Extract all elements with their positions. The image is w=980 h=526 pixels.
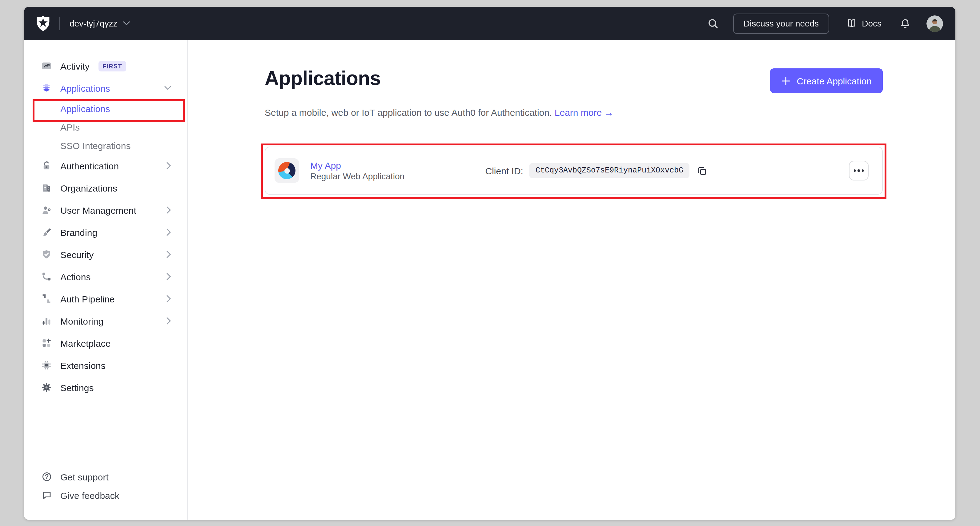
pipeline-icon: [41, 294, 52, 304]
lock-icon: [41, 161, 52, 171]
sidebar-item-security[interactable]: Security: [24, 243, 187, 265]
chevron-down-icon: [123, 21, 130, 26]
give-feedback-link[interactable]: Give feedback: [24, 486, 187, 504]
client-id-group: Client ID: CtCqy3AvbQZSo7sE9RiynaPuiXOxv…: [485, 163, 707, 178]
shield-check-icon: [41, 249, 52, 259]
notifications-button[interactable]: [900, 18, 910, 29]
sidebar-subitem-label: Applications: [60, 103, 110, 114]
sidebar-item-label: User Management: [60, 205, 136, 215]
sidebar-item-organizations[interactable]: Organizations: [24, 177, 187, 199]
sidebar-item-label: Activity: [60, 61, 89, 71]
sidebar-item-label: Branding: [60, 227, 97, 237]
give-feedback-label: Give feedback: [60, 490, 119, 500]
client-id-value[interactable]: CtCqy3AvbQZSo7sE9RiynaPuiXOxvebG: [530, 163, 689, 178]
book-icon: [846, 19, 857, 28]
sidebar-item-branding[interactable]: Branding: [24, 221, 187, 243]
search-button[interactable]: [708, 18, 718, 29]
sidebar-item-extensions[interactable]: Extensions: [24, 354, 187, 376]
help-circle-icon: [41, 472, 52, 481]
main-header: Applications Create Application: [265, 67, 883, 93]
chevron-right-icon: [166, 273, 171, 280]
activity-icon: [41, 61, 52, 71]
sidebar-item-label: Extensions: [60, 360, 106, 370]
page-subtitle: Setup a mobile, web or IoT application t…: [265, 107, 883, 118]
chevron-down-icon: [164, 86, 171, 91]
docs-label: Docs: [862, 19, 881, 28]
gear-icon: [41, 383, 52, 392]
sidebar-item-label: Applications: [60, 83, 110, 93]
app-name-link[interactable]: My App: [310, 160, 404, 170]
search-icon: [708, 18, 718, 29]
sidebar-item-label: Auth Pipeline: [60, 293, 115, 304]
first-badge: FIRST: [98, 61, 127, 71]
dot: [854, 170, 856, 172]
app-row-menu-button[interactable]: [849, 161, 869, 180]
app-type-label: Regular Web Application: [310, 171, 404, 181]
main-content: Applications Create Application Setup a …: [188, 40, 955, 520]
auth0-logo-icon: [35, 15, 51, 32]
user-gear-icon: [41, 205, 52, 215]
app-logo-donut-icon: [278, 162, 296, 179]
sidebar-subitem-label: SSO Integrations: [60, 140, 130, 151]
sidebar-subitem-label: APIs: [60, 122, 80, 132]
building-icon: [41, 183, 52, 193]
sidebar-footer: Get support Give feedback: [24, 467, 187, 504]
plus-icon: [781, 76, 791, 85]
sidebar-item-settings[interactable]: Settings: [24, 376, 187, 398]
learn-more-link[interactable]: Learn more →: [555, 107, 614, 118]
app-logo: [275, 158, 299, 183]
sidebar-subitem-apis[interactable]: APIs: [24, 118, 187, 136]
application-row[interactable]: My App Regular Web Application Client ID…: [265, 147, 883, 194]
dot: [858, 170, 860, 172]
topbar-divider: [59, 17, 60, 30]
sidebar-subitem-sso-integrations[interactable]: SSO Integrations: [24, 136, 187, 155]
body-row: Activity FIRST Applications Applications…: [24, 40, 955, 520]
sidebar-item-label: Actions: [60, 271, 91, 282]
create-application-label: Create Application: [797, 75, 872, 86]
sidebar-item-activity[interactable]: Activity FIRST: [24, 55, 187, 77]
sidebar-item-label: Authentication: [60, 161, 119, 171]
desktop-background: dev-tyj7qyzz Discuss your needs Docs: [0, 0, 980, 526]
chip-icon: [41, 360, 52, 370]
chevron-right-icon: [166, 317, 171, 325]
docs-button[interactable]: Docs: [846, 19, 881, 28]
discuss-your-needs-button[interactable]: Discuss your needs: [733, 13, 829, 33]
app-name-block: My App Regular Web Application: [310, 160, 404, 182]
bell-icon: [900, 18, 910, 29]
discuss-label: Discuss your needs: [744, 19, 819, 28]
chevron-right-icon: [166, 251, 171, 258]
sidebar-item-marketplace[interactable]: Marketplace: [24, 332, 187, 354]
chevron-right-icon: [166, 295, 171, 303]
sidebar-item-monitoring[interactable]: Monitoring: [24, 310, 187, 332]
paintbrush-icon: [41, 227, 52, 237]
get-support-link[interactable]: Get support: [24, 467, 187, 486]
sidebar-item-actions[interactable]: Actions: [24, 265, 187, 288]
copy-client-id-button[interactable]: [697, 166, 707, 176]
tenant-switcher[interactable]: dev-tyj7qyzz: [70, 19, 130, 28]
sidebar-item-label: Monitoring: [60, 316, 103, 326]
get-support-label: Get support: [60, 472, 109, 482]
chevron-right-icon: [166, 206, 171, 214]
sidebar-item-applications[interactable]: Applications: [24, 77, 187, 99]
sidebar-item-label: Marketplace: [60, 338, 110, 348]
client-id-label: Client ID:: [485, 166, 523, 176]
sidebar-item-label: Settings: [60, 382, 94, 393]
copy-icon: [697, 166, 707, 176]
sidebar-item-user-management[interactable]: User Management: [24, 199, 187, 221]
sidebar-item-authentication[interactable]: Authentication: [24, 155, 187, 177]
sidebar: Activity FIRST Applications Applications…: [24, 40, 188, 520]
arrow-right-icon: →: [605, 107, 614, 118]
subtitle-text: Setup a mobile, web or IoT application t…: [265, 107, 552, 118]
speech-bubble-icon: [41, 490, 52, 500]
create-application-button[interactable]: Create Application: [770, 69, 883, 93]
page-title: Applications: [265, 67, 381, 90]
sidebar-item-label: Security: [60, 249, 94, 260]
user-avatar[interactable]: [926, 15, 943, 32]
application-card-wrap: My App Regular Web Application Client ID…: [265, 147, 883, 194]
sidebar-subitem-applications[interactable]: Applications: [24, 99, 187, 118]
sidebar-item-auth-pipeline[interactable]: Auth Pipeline: [24, 288, 187, 310]
auth0-dashboard-window: dev-tyj7qyzz Discuss your needs Docs: [24, 7, 955, 520]
grid-plus-icon: [41, 338, 52, 348]
tenant-name: dev-tyj7qyzz: [70, 19, 118, 28]
topbar: dev-tyj7qyzz Discuss your needs Docs: [24, 7, 955, 40]
